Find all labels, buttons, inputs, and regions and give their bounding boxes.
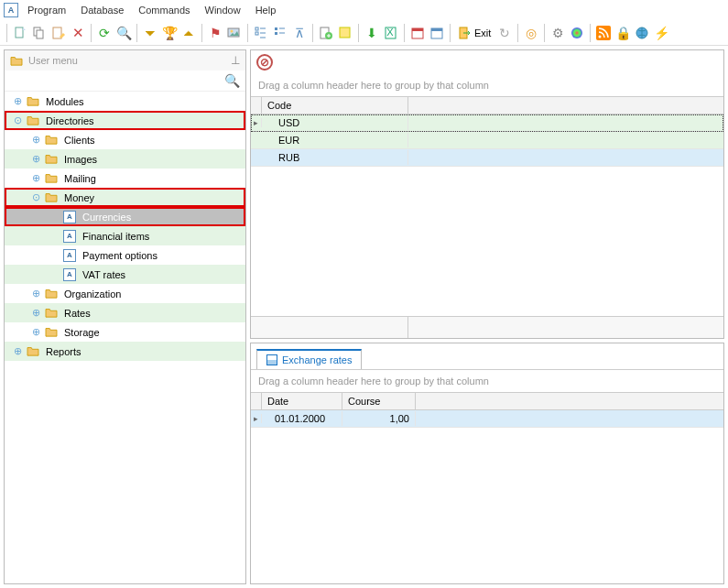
pin-icon[interactable]: ⊥	[231, 54, 240, 67]
add-column-icon[interactable]	[317, 24, 335, 42]
copy-icon[interactable]	[30, 24, 49, 42]
svg-rect-2	[37, 30, 43, 38]
filter-trophy-icon[interactable]: 🏆	[160, 24, 179, 42]
expand-plus-icon[interactable]: ⊕	[11, 345, 24, 357]
expand-plus-icon[interactable]: ⊕	[29, 134, 42, 146]
rss-icon[interactable]	[594, 24, 613, 42]
collapse-icon[interactable]: ⊼	[290, 24, 309, 42]
checklist-icon[interactable]	[252, 24, 270, 42]
expand-plus-icon[interactable]: ⊕	[29, 307, 42, 319]
grid-row[interactable]: ▸01.01.20001,00	[251, 410, 723, 428]
tree-item-organization[interactable]: ⊕Organization	[5, 284, 245, 303]
globe-icon[interactable]	[633, 24, 651, 42]
cell-code: USD	[262, 115, 408, 130]
tree-item-money[interactable]: ⊙Money	[5, 188, 245, 207]
tree-item-rates[interactable]: ⊕Rates	[5, 303, 245, 322]
chevron-down-icon[interactable]: ⊙	[29, 191, 42, 203]
svg-point-5	[231, 29, 234, 32]
row-indicator-icon: ▸	[251, 414, 262, 423]
column-header-date[interactable]: Date	[262, 393, 342, 409]
expand-plus-icon[interactable]: ⊕	[29, 172, 42, 184]
tree-label: Mailing	[64, 173, 96, 184]
folder-icon	[45, 326, 58, 339]
folder-icon	[45, 307, 58, 320]
tree-item-currencies[interactable]: ACurrencies	[5, 207, 245, 226]
group-by-hint: Drag a column header here to group by th…	[251, 74, 723, 96]
exit-button[interactable]: Exit	[454, 26, 494, 40]
history-icon[interactable]: ↻	[495, 24, 514, 42]
search-icon[interactable]: 🔍	[114, 24, 133, 42]
tree-item-modules[interactable]: ⊕Modules	[5, 92, 245, 111]
settings-icon[interactable]: ⚙	[549, 24, 567, 42]
expand-plus-icon[interactable]: ⊕	[29, 326, 42, 338]
tree-item-financial-items[interactable]: AFinancial items	[5, 226, 245, 245]
column-header-course[interactable]: Course	[342, 393, 416, 409]
new-icon[interactable]	[11, 24, 29, 42]
grid-footer	[251, 316, 723, 338]
tree-item-mailing[interactable]: ⊕Mailing	[5, 169, 245, 188]
plug-icon[interactable]: ⚡	[652, 24, 670, 42]
tree-label: Clients	[64, 135, 95, 146]
grid-header-bottom: Date Course	[251, 393, 723, 410]
menu-item-program[interactable]: Program	[20, 2, 73, 18]
export-excel-icon[interactable]: X	[382, 24, 400, 42]
tree-item-vat-rates[interactable]: AVAT rates	[5, 265, 245, 284]
folder-icon	[27, 345, 39, 358]
svg-rect-6	[255, 27, 258, 30]
column-header-code[interactable]: Code	[262, 97, 408, 114]
menu-item-database[interactable]: Database	[73, 2, 131, 18]
calendar-plus-icon[interactable]	[428, 24, 446, 42]
exchange-rates-panel: Exchange rates Drag a column header here…	[250, 343, 724, 584]
sidebar-title: User menu	[28, 55, 78, 66]
refresh-icon[interactable]: ⟳	[95, 24, 114, 42]
tree-item-clients[interactable]: ⊕Clients	[5, 130, 245, 149]
tab-label: Exchange rates	[282, 354, 352, 365]
tree-item-payment-options[interactable]: APayment options	[5, 245, 245, 265]
tree-item-storage[interactable]: ⊕Storage	[5, 322, 245, 342]
cell-date: 01.01.2000	[262, 411, 342, 426]
menu-item-commands[interactable]: Commands	[131, 2, 197, 18]
tree-item-images[interactable]: ⊕Images	[5, 149, 245, 169]
table-icon	[266, 354, 277, 365]
tree-item-directories[interactable]: ⊙Directories	[5, 111, 245, 130]
sidebar-search-icon[interactable]: 🔍	[224, 73, 240, 88]
delete-icon[interactable]: ✕	[69, 24, 87, 42]
lock-icon[interactable]: 🔒	[614, 24, 632, 42]
chevron-down-icon[interactable]: ⊙	[11, 114, 24, 126]
tree-label: Modules	[46, 96, 84, 107]
svg-rect-21	[596, 26, 611, 40]
filter-clear-icon[interactable]: ⏶	[179, 24, 198, 42]
exit-label: Exit	[474, 27, 491, 38]
edit-icon[interactable]	[49, 24, 68, 42]
folder-icon	[45, 134, 58, 147]
tree-label: Rates	[64, 308, 91, 319]
document-icon: A	[63, 230, 76, 243]
expand-plus-icon[interactable]: ⊕	[29, 288, 42, 299]
menu-item-window[interactable]: Window	[198, 2, 248, 18]
import-icon[interactable]: ⬇	[363, 24, 381, 42]
svg-point-22	[599, 35, 602, 38]
calendar-icon[interactable]	[408, 24, 427, 42]
grid-row[interactable]: RUB	[251, 149, 723, 167]
grid-row[interactable]: EUR	[251, 132, 723, 149]
tree: ⊕Modules⊙Directories⊕Clients⊕Images⊕Mail…	[5, 92, 245, 583]
group-by-hint-bottom: Drag a column header here to group by th…	[251, 369, 723, 392]
location-icon[interactable]: ◎	[522, 24, 540, 42]
image-icon[interactable]	[225, 24, 244, 42]
document-icon: A	[63, 211, 76, 223]
svg-rect-7	[255, 32, 258, 35]
filter-icon[interactable]: ⏷	[141, 24, 159, 42]
menu-item-help[interactable]: Help	[248, 2, 284, 18]
grid-row[interactable]: ▸USD	[251, 114, 723, 132]
color-icon[interactable]	[568, 24, 586, 42]
tab-exchange-rates[interactable]: Exchange rates	[256, 349, 362, 369]
flag-icon[interactable]: ⚑	[206, 24, 224, 42]
expand-plus-icon[interactable]: ⊕	[11, 95, 24, 107]
uncheck-icon[interactable]	[271, 24, 289, 42]
stop-icon[interactable]: ⊘	[256, 54, 273, 71]
tree-item-reports[interactable]: ⊕Reports	[5, 342, 245, 361]
expand-plus-icon[interactable]: ⊕	[29, 153, 42, 165]
note-icon[interactable]	[336, 24, 354, 42]
folder-icon	[45, 153, 58, 166]
svg-rect-18	[431, 28, 442, 31]
